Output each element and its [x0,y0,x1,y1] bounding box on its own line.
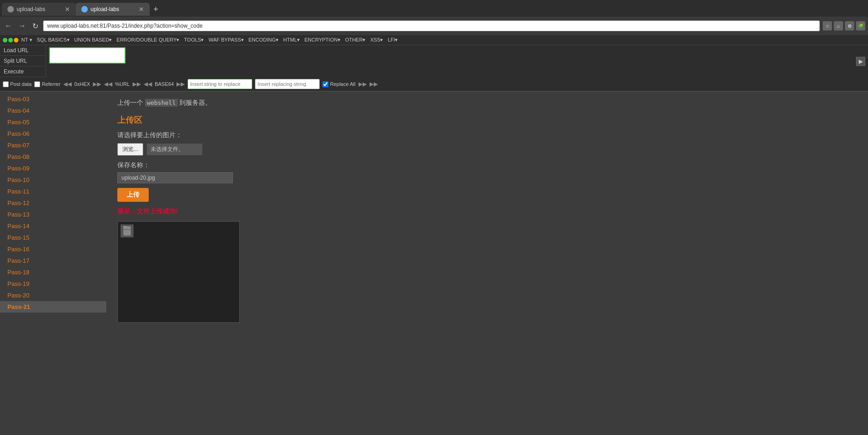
hackbar-nt[interactable]: NT ▾ [19,36,34,44]
page-description: 上传一个 webshell 到服务器。 [117,99,857,107]
replace-all-checkbox[interactable] [322,81,328,87]
desc-code: webshell [145,99,178,107]
sidebar-item-pass14[interactable]: Pass-14 [0,220,106,232]
sidebar-item-pass04[interactable]: Pass-04 [0,105,106,116]
hackbar-lfi[interactable]: LFI▾ [386,36,400,44]
hackbar-url-input[interactable] [49,47,126,64]
sidebar-item-pass03[interactable]: Pass-03 [0,93,106,105]
sidebar-item-pass09[interactable]: Pass-09 [0,163,106,174]
tab-1[interactable]: upload-labs ✕ [2,3,76,16]
url-label: %URL [115,81,130,87]
hackbar-right-btn[interactable]: ▶ [856,57,865,66]
save-name-label: 保存名称： [117,161,857,169]
dot-orange-icon [14,38,18,42]
tab-2-close[interactable]: ✕ [139,6,144,13]
referrer-option[interactable]: Referrer [34,81,60,87]
tab-1-label: upload-labs [17,6,45,12]
arrow-6: ▶▶ [176,81,185,87]
hackbar-xss[interactable]: XSS▾ [368,36,385,44]
tab-2-label: upload-labs [91,6,119,12]
sidebar-item-pass12[interactable]: Pass-12 [0,197,106,209]
arrow-2: ▶▶ [93,81,101,87]
extensions-icon[interactable]: 🧩 [856,21,865,30]
hackbar-encryption[interactable]: ENCRYPTION▾ [303,36,342,44]
dot-green-2-icon [8,38,13,42]
file-input-row: 浏览... 未选择文件。 [117,143,857,156]
svg-rect-1 [123,226,126,227]
arrow-3: ◀◀ [104,81,112,87]
replace-all-option[interactable]: Replace All [322,81,355,87]
sidebar: Pass-03 Pass-04 Pass-05 Pass-06 Pass-07 … [0,91,106,435]
bookmark-icon[interactable]: ☆ [823,21,832,30]
hackbar-tools[interactable]: TOOLS▾ [182,36,206,44]
sidebar-item-pass07[interactable]: Pass-07 [0,139,106,151]
arrow-1: ◀◀ [63,81,72,87]
desc-suffix: 到服务器。 [178,99,212,106]
split-url-button[interactable]: Split URL [0,56,46,66]
browse-button[interactable]: 浏览... [117,143,143,156]
forward-button[interactable]: → [17,21,28,31]
hackbar-waf-bypass[interactable]: WAF BYPASS▾ [206,36,245,44]
url-bar[interactable] [43,20,820,31]
file-name-display: 未选择文件。 [147,144,202,155]
sidebar-item-pass21[interactable]: Pass-21 [0,301,106,313]
load-url-button[interactable]: Load URL [0,45,46,56]
hackbar-other[interactable]: OTHER▾ [343,36,368,44]
execute-button[interactable]: Execute [0,66,46,77]
preview-box [117,221,240,323]
post-data-checkbox[interactable] [3,81,9,87]
replace-string-input[interactable] [188,79,252,89]
hackbar-sql-basics[interactable]: SQL BASICS▾ [35,36,72,44]
referrer-checkbox[interactable] [34,81,40,87]
svg-rect-0 [123,226,131,236]
save-name-input[interactable] [117,172,233,183]
sidebar-item-pass17[interactable]: Pass-17 [0,255,106,266]
file-select-label: 请选择要上传的图片： [117,131,857,139]
hackbar-menu: NT ▾ SQL BASICS▾ UNION BASED▾ ERROR/DOUB… [0,35,868,45]
reload-button[interactable]: ↻ [30,21,40,31]
sidebar-item-pass15[interactable]: Pass-15 [0,232,106,243]
tab-2[interactable]: upload-labs ✕ [76,3,150,16]
base64-label: BASE64 [155,81,174,87]
upload-button[interactable]: 上传 [117,188,149,202]
referrer-label: Referrer [42,81,60,87]
settings-icon[interactable]: ⚙ [845,21,854,30]
post-data-label: Post data [10,81,31,87]
sidebar-item-pass11[interactable]: Pass-11 [0,186,106,197]
sidebar-item-pass13[interactable]: Pass-13 [0,209,106,220]
arrow-4: ▶▶ [133,81,141,87]
arrow-7: ▶▶ [358,81,367,87]
post-data-option[interactable]: Post data [3,81,31,87]
home-icon[interactable]: ⌂ [834,21,843,30]
hackbar-encoding[interactable]: ENCODING▾ [247,36,280,44]
sidebar-item-pass10[interactable]: Pass-10 [0,174,106,186]
success-message: 提示：文件上传成功! [117,207,857,216]
hackbar-options-bar: Post data Referrer ◀◀ 0xHEX ▶▶ ◀◀ %URL ▶… [0,77,868,91]
sidebar-item-pass18[interactable]: Pass-18 [0,266,106,278]
desc-prefix: 上传一个 [117,99,145,106]
preview-file-icon [121,224,134,237]
hex-label: 0xHEX [74,81,90,87]
content-area: 上传一个 webshell 到服务器。 上传区 请选择要上传的图片： 浏览...… [106,91,868,435]
hackbar-html[interactable]: HTML▾ [281,36,302,44]
replace-all-label: Replace All [330,81,355,87]
sidebar-item-pass16[interactable]: Pass-16 [0,243,106,255]
arrow-8: ▶▶ [370,81,378,87]
arrow-5: ◀◀ [144,81,152,87]
new-tab-button[interactable]: + [150,5,162,14]
tab-1-close[interactable]: ✕ [65,6,70,13]
dot-green-icon [3,38,7,42]
upload-section-title: 上传区 [117,115,857,126]
tab-2-icon [81,6,88,12]
sidebar-item-pass06[interactable]: Pass-06 [0,128,106,139]
tab-1-icon [7,6,14,12]
sidebar-item-pass19[interactable]: Pass-19 [0,278,106,290]
hackbar-error-double[interactable]: ERROR/DOUBLE QUERY▾ [115,36,181,44]
sidebar-item-pass20[interactable]: Pass-20 [0,290,106,301]
sidebar-item-pass08[interactable]: Pass-08 [0,151,106,163]
replacing-string-input[interactable] [255,79,320,89]
hackbar-union-based[interactable]: UNION BASED▾ [73,36,114,44]
sidebar-item-pass05[interactable]: Pass-05 [0,116,106,128]
back-button[interactable]: ← [3,21,14,31]
